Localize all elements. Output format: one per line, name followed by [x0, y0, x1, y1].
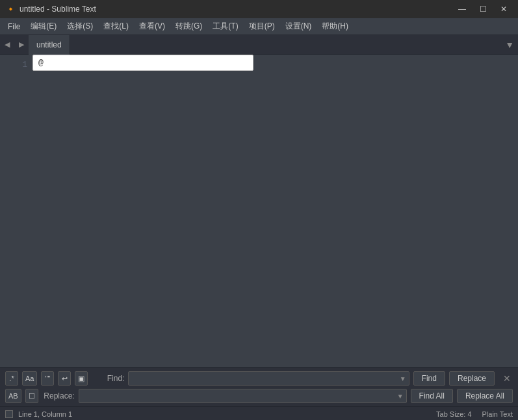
- find-row: .* Aa "" ↩ ▣ Find: ▼ Find Replace ✕: [5, 371, 513, 386]
- maximize-button[interactable]: ☐: [474, 3, 492, 16]
- highlight-button[interactable]: AB: [5, 389, 21, 403]
- tab-size[interactable]: Tab Size: 4: [436, 410, 471, 418]
- statusbar-left: Line 1, Column 1: [5, 410, 72, 418]
- tabbar: ◀ ▶ untitled ▼: [0, 35, 518, 55]
- case-button[interactable]: Aa: [22, 371, 37, 386]
- menu-select[interactable]: 选择(S): [62, 19, 98, 34]
- editor-wrapper: 1 @: [0, 55, 518, 367]
- menu-view[interactable]: 查看(V): [134, 19, 170, 34]
- menubar: File 编辑(E) 选择(S) 查找(L) 查看(V) 转跳(G) 工具(T)…: [0, 18, 518, 35]
- find-input-wrapper[interactable]: ▼: [128, 371, 409, 386]
- editor-text: @: [38, 58, 44, 68]
- close-button[interactable]: ✕: [495, 3, 513, 16]
- preserve-case-button[interactable]: ☐: [25, 389, 38, 403]
- menu-project[interactable]: 项目(P): [244, 19, 280, 34]
- menu-help[interactable]: 帮助(H): [317, 19, 354, 34]
- autocomplete-popup[interactable]: @: [32, 55, 253, 71]
- editor-content[interactable]: @: [32, 55, 518, 367]
- tab-nav-right[interactable]: ▶: [14, 35, 29, 55]
- replace-input-wrapper[interactable]: ▼: [79, 389, 407, 403]
- titlebar-controls: — ☐ ✕: [453, 3, 513, 16]
- replace-label: Replace:: [42, 391, 75, 400]
- replace-dropdown-arrow[interactable]: ▼: [396, 393, 404, 400]
- replace-input[interactable]: [82, 391, 396, 400]
- menu-file[interactable]: File: [3, 20, 25, 33]
- titlebar-title: untitled - Sublime Text: [19, 5, 96, 14]
- statusbar: Line 1, Column 1 Tab Size: 4 Plain Text: [0, 406, 518, 420]
- insel-button[interactable]: ▣: [75, 371, 88, 386]
- titlebar: 🔸 untitled - Sublime Text — ☐ ✕: [0, 0, 518, 18]
- regex-button[interactable]: .*: [5, 371, 18, 386]
- menu-goto[interactable]: 转跳(G): [170, 19, 207, 34]
- find-label: Find:: [92, 374, 124, 383]
- menu-settings[interactable]: 设置(N): [280, 19, 317, 34]
- titlebar-left: 🔸 untitled - Sublime Text: [5, 4, 96, 14]
- line-numbers: 1: [0, 55, 32, 367]
- syntax-name[interactable]: Plain Text: [482, 410, 513, 418]
- find-all-button[interactable]: Find All: [411, 389, 453, 403]
- find-button[interactable]: Find: [413, 371, 445, 386]
- close-find-button[interactable]: ✕: [501, 373, 513, 384]
- wrap-button[interactable]: ↩: [58, 371, 71, 386]
- minimize-button[interactable]: —: [453, 3, 471, 16]
- tabbar-left: ◀ ▶ untitled: [0, 35, 70, 54]
- word-button[interactable]: "": [41, 371, 54, 386]
- tab-overflow-button[interactable]: ▼: [505, 40, 518, 50]
- replace-row: AB ☐ Replace: ▼ Find All Replace All: [5, 389, 513, 403]
- find-input[interactable]: [131, 374, 398, 383]
- cursor-position: Line 1, Column 1: [18, 410, 72, 418]
- find-dropdown-arrow[interactable]: ▼: [398, 375, 406, 382]
- statusbar-right: Tab Size: 4 Plain Text: [436, 410, 513, 418]
- menu-find[interactable]: 查找(L): [98, 19, 134, 34]
- tab-untitled[interactable]: untitled: [29, 35, 70, 55]
- menu-tools[interactable]: 工具(T): [207, 19, 243, 34]
- replace-all-button[interactable]: Replace All: [457, 389, 513, 403]
- status-checkbox[interactable]: [5, 410, 13, 418]
- tab-nav-left[interactable]: ◀: [0, 35, 14, 55]
- find-replace-bar: .* Aa "" ↩ ▣ Find: ▼ Find Replace ✕ AB ☐…: [0, 367, 518, 406]
- app-icon: 🔸: [5, 4, 16, 14]
- replace-button[interactable]: Replace: [449, 371, 495, 386]
- line-number-1: 1: [0, 59, 27, 72]
- menu-edit[interactable]: 编辑(E): [25, 19, 62, 34]
